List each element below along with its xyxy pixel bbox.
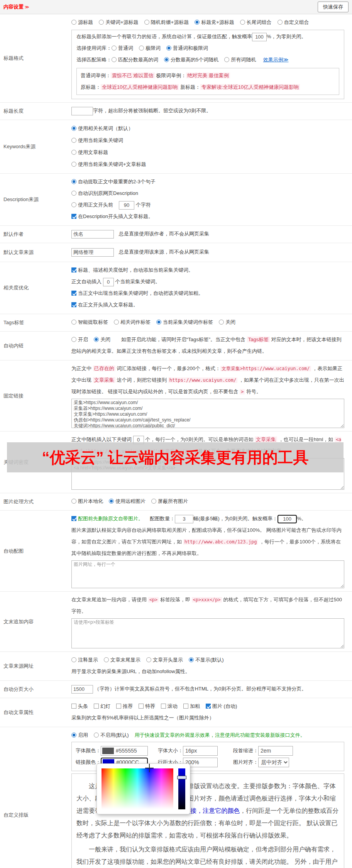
- title-trigger-probability-input[interactable]: [252, 33, 267, 41]
- radio-option[interactable]: 智能提取标签: [71, 319, 108, 325]
- radio-unselected[interactable]: [71, 20, 76, 25]
- radio-unselected[interactable]: [144, 20, 149, 25]
- pagination-size-input[interactable]: [71, 685, 93, 694]
- checkbox-option[interactable]: 幻灯: [94, 703, 110, 709]
- radio-unselected[interactable]: [71, 138, 76, 143]
- font-color-picker-field[interactable]: [101, 746, 148, 756]
- checkbox-option[interactable]: 在正文开头插入文章标题。: [71, 302, 138, 308]
- radio-unselected[interactable]: [71, 499, 76, 504]
- fixed-links-textarea[interactable]: 采集>https://www.ucaiyun.com/ 采集器>https://…: [71, 399, 344, 428]
- radio-selected[interactable]: [71, 733, 76, 738]
- radio-option[interactable]: 使用远程图片: [109, 498, 146, 504]
- radio-option[interactable]: 关闭: [94, 337, 110, 342]
- append-content-textarea[interactable]: [71, 618, 344, 648]
- title-length-input[interactable]: [71, 107, 93, 115]
- radio-option[interactable]: 文章开头显示: [146, 657, 183, 663]
- radio-option[interactable]: 不启用(默认): [94, 732, 129, 738]
- radio-option[interactable]: 普通词和极限词: [166, 45, 208, 51]
- checkbox-unselected[interactable]: [139, 704, 144, 709]
- radio-option[interactable]: 匹配分数最高的词: [112, 57, 158, 63]
- checkbox-option[interactable]: 配图前先删除原文自带图片。: [71, 516, 143, 521]
- default-author-input[interactable]: [71, 230, 114, 239]
- radio-option[interactable]: 使用文章标题: [71, 146, 344, 158]
- radio-option[interactable]: 关键词+源标题: [99, 19, 139, 25]
- checkbox-option[interactable]: 加粗: [183, 703, 200, 709]
- radio-unselected[interactable]: [112, 46, 117, 51]
- radio-option[interactable]: 所有词随机: [224, 57, 256, 63]
- image-urls-textarea[interactable]: [71, 560, 344, 588]
- brightness-slider[interactable]: [178, 768, 185, 809]
- radio-option[interactable]: 相关词作标签: [114, 319, 151, 325]
- checkbox-checked[interactable]: [71, 214, 76, 219]
- radio-unselected[interactable]: [71, 202, 76, 207]
- radio-option[interactable]: 图片本地化: [71, 498, 103, 504]
- radio-selected[interactable]: [166, 46, 171, 51]
- radio-option[interactable]: 启用: [71, 732, 88, 738]
- radio-option[interactable]: 开启: [71, 337, 88, 342]
- checkbox-unselected[interactable]: [116, 704, 121, 709]
- checkbox-option[interactable]: 推荐: [116, 703, 133, 709]
- radio-option[interactable]: 分数最高的5个词随机: [164, 57, 218, 63]
- checkbox-checked[interactable]: [71, 516, 76, 521]
- checkbox-option[interactable]: 头条: [71, 703, 88, 709]
- slider-handle[interactable]: [177, 776, 186, 779]
- radio-unselected[interactable]: [146, 657, 151, 662]
- description-head-chars-input[interactable]: [119, 201, 134, 210]
- checkbox-option[interactable]: 在Description开头插入文章标题。: [71, 213, 153, 219]
- radio-unselected[interactable]: [71, 657, 76, 662]
- image-count-input[interactable]: [175, 515, 193, 523]
- radio-selected[interactable]: [109, 499, 114, 504]
- radio-option[interactable]: 注释显示: [71, 657, 98, 663]
- checkbox-option[interactable]: 特荐: [139, 703, 155, 709]
- radio-option[interactable]: 使用当前采集关键词: [71, 134, 344, 146]
- radio-option[interactable]: 文章末尾显示: [104, 657, 140, 663]
- radio-unselected[interactable]: [151, 499, 156, 504]
- checkbox-checked[interactable]: [71, 291, 76, 296]
- checkbox-option[interactable]: 滚动: [161, 703, 178, 709]
- radio-unselected[interactable]: [139, 46, 144, 51]
- radio-unselected[interactable]: [71, 162, 76, 167]
- checkbox-unselected[interactable]: [183, 704, 188, 709]
- radio-selected[interactable]: [164, 57, 169, 62]
- default-source-input[interactable]: [71, 248, 114, 257]
- effect-example-link[interactable]: 效果示例≫: [263, 57, 289, 63]
- checkbox-unselected[interactable]: [94, 704, 99, 709]
- checkbox-selected[interactable]: [206, 704, 211, 709]
- radio-option[interactable]: 自动识别原网页Description: [71, 190, 138, 196]
- radio-option[interactable]: 当前采集关键词作标签: [156, 319, 213, 325]
- radio-option[interactable]: 长尾词组合: [240, 19, 272, 25]
- checkbox-checked[interactable]: [71, 302, 76, 307]
- checkbox-unselected[interactable]: [161, 704, 166, 709]
- insert-keywords-count-input[interactable]: [103, 278, 114, 286]
- radio-unselected[interactable]: [71, 191, 76, 196]
- radio-unselected[interactable]: [219, 320, 224, 325]
- checkbox-option[interactable]: 标题、描述相关度低时，自动添加当前采集关键词。: [71, 267, 193, 273]
- font-color-swatch[interactable]: [102, 748, 114, 754]
- radio-unselected[interactable]: [94, 733, 99, 738]
- radio-option[interactable]: 自定义组合: [278, 19, 309, 25]
- radio-option[interactable]: 源标题: [71, 19, 93, 25]
- radio-option[interactable]: 使用正文开头前: [71, 202, 113, 208]
- radio-unselected[interactable]: [71, 320, 76, 325]
- radio-unselected[interactable]: [99, 20, 104, 25]
- font-size-input[interactable]: [183, 746, 218, 756]
- collapse-chevron-icon[interactable]: ≫: [25, 5, 29, 10]
- radio-unselected[interactable]: [278, 20, 283, 25]
- radio-unselected[interactable]: [104, 657, 109, 662]
- font-color-input[interactable]: [116, 748, 144, 754]
- radio-unselected[interactable]: [71, 150, 76, 155]
- radio-unselected[interactable]: [71, 337, 76, 342]
- radio-unselected[interactable]: [224, 57, 229, 62]
- radio-option[interactable]: 屏蔽所有图片: [151, 498, 188, 504]
- color-gradient-area[interactable]: [102, 768, 173, 809]
- radio-option[interactable]: 随机前缀+源标题: [144, 19, 189, 25]
- radio-unselected[interactable]: [114, 320, 119, 325]
- indent-input[interactable]: [258, 746, 293, 756]
- radio-option[interactable]: 使用相关长尾词（默认）: [71, 122, 344, 134]
- radio-option[interactable]: 关闭: [219, 319, 235, 325]
- radio-option[interactable]: 自动提取正文中最重要的2-3个句子: [71, 179, 156, 184]
- radio-selected[interactable]: [94, 337, 99, 342]
- radio-option[interactable]: 不显示(默认): [189, 657, 224, 663]
- radio-option[interactable]: 极限词: [139, 45, 161, 51]
- radio-unselected[interactable]: [112, 57, 117, 62]
